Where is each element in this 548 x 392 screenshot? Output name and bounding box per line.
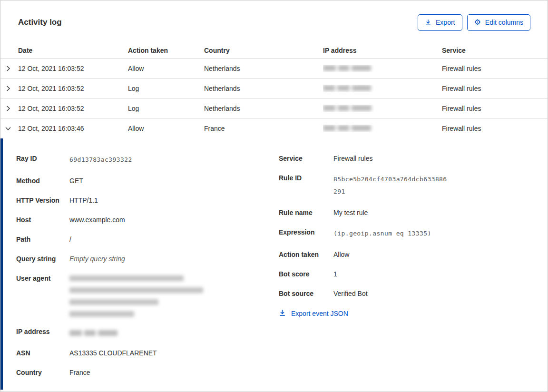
cell-date: 12 Oct, 2021 16:03:52 bbox=[18, 65, 128, 72]
detail-label: Host bbox=[16, 215, 69, 225]
detail-row-query-string: Query string Empty query string bbox=[16, 254, 279, 264]
detail-label: Path bbox=[16, 235, 69, 244]
detail-row-ray-id: Ray ID 69d13783ac393322 bbox=[16, 154, 279, 166]
detail-value: 85bce5b204cf4703a764dcb633886291 bbox=[333, 173, 448, 198]
download-icon bbox=[425, 19, 431, 26]
detail-label: User agent bbox=[16, 274, 69, 317]
column-header-ip-address: IP address bbox=[323, 47, 442, 54]
cell-date: 12 Oct, 2021 16:03:46 bbox=[18, 125, 128, 132]
header: Activity log Export ⚙ Edit columns bbox=[0, 0, 548, 42]
detail-value-redacted bbox=[69, 274, 203, 317]
cell-ip-address-redacted bbox=[323, 65, 442, 72]
table-header-row: Date Action taken Country IP address Ser… bbox=[0, 42, 548, 59]
cell-action-taken: Log bbox=[128, 85, 204, 92]
gear-icon: ⚙ bbox=[474, 19, 481, 26]
cell-service: Firewall rules bbox=[442, 65, 548, 72]
cell-country: Netherlands bbox=[204, 105, 323, 112]
detail-row-path: Path / bbox=[16, 235, 279, 244]
cell-country: Netherlands bbox=[204, 85, 323, 92]
cell-action-taken: Allow bbox=[128, 65, 204, 72]
chevron-right-icon[interactable] bbox=[0, 85, 18, 92]
cell-action-taken: Allow bbox=[128, 125, 204, 132]
table-row[interactable]: 12 Oct, 2021 16:03:52 Log Netherlands Fi… bbox=[0, 78, 548, 98]
detail-label: Service bbox=[279, 154, 333, 163]
cell-service: Firewall rules bbox=[442, 125, 548, 132]
detail-row-rule-name: Rule name My test rule bbox=[279, 208, 530, 217]
detail-value: Verified Bot bbox=[333, 289, 368, 298]
detail-value: www.example.com bbox=[69, 215, 125, 225]
detail-column-left: Ray ID 69d13783ac393322 Method GET HTTP … bbox=[16, 154, 279, 390]
table-row[interactable]: 12 Oct, 2021 16:03:52 Log Netherlands Fi… bbox=[0, 98, 548, 118]
cell-ip-address-redacted bbox=[323, 105, 442, 112]
detail-value: Firewall rules bbox=[333, 154, 372, 163]
table-row-expanded[interactable]: 12 Oct, 2021 16:03:46 Allow France Firew… bbox=[0, 118, 548, 138]
detail-row-http-version: HTTP Version HTTP/1.1 bbox=[16, 196, 279, 205]
export-event-json-label: Export event JSON bbox=[291, 310, 348, 317]
edit-columns-button-label: Edit columns bbox=[485, 19, 523, 26]
chevron-down-icon[interactable] bbox=[0, 125, 18, 132]
detail-label: Country bbox=[16, 368, 69, 377]
edit-columns-button[interactable]: ⚙ Edit columns bbox=[467, 14, 531, 31]
detail-value: France bbox=[69, 368, 90, 377]
cell-date: 12 Oct, 2021 16:03:52 bbox=[18, 105, 128, 112]
detail-value: / bbox=[69, 235, 71, 244]
detail-label: Rule ID bbox=[279, 173, 333, 198]
chevron-right-icon[interactable] bbox=[0, 65, 18, 72]
detail-row-bot-source: Bot source Verified Bot bbox=[279, 289, 530, 298]
detail-value: HTTP/1.1 bbox=[69, 196, 98, 205]
detail-row-rule-id: Rule ID 85bce5b204cf4703a764dcb633886291 bbox=[279, 173, 530, 198]
detail-value: 1 bbox=[333, 269, 337, 279]
export-button[interactable]: Export bbox=[418, 14, 462, 31]
detail-row-asn: ASN AS13335 CLOUDFLARENET bbox=[16, 348, 279, 358]
detail-row-action-taken: Action taken Allow bbox=[279, 250, 530, 259]
cell-service: Firewall rules bbox=[442, 105, 548, 112]
detail-row-user-agent: User agent bbox=[16, 274, 279, 317]
detail-label: ASN bbox=[16, 348, 69, 358]
detail-value: Allow bbox=[333, 250, 349, 259]
column-header-action-taken: Action taken bbox=[128, 47, 204, 54]
cell-action-taken: Log bbox=[128, 105, 204, 112]
export-button-label: Export bbox=[436, 19, 455, 26]
cell-ip-address-redacted bbox=[323, 85, 442, 92]
detail-row-expression: Expression (ip.geoip.asnum eq 13335) bbox=[279, 227, 530, 240]
column-header-date: Date bbox=[18, 47, 128, 54]
detail-label: Ray ID bbox=[16, 154, 69, 166]
detail-label: Method bbox=[16, 176, 69, 186]
detail-row-method: Method GET bbox=[16, 176, 279, 186]
detail-label: Rule name bbox=[279, 208, 333, 217]
detail-label: Bot score bbox=[279, 269, 333, 279]
toolbar: Export ⚙ Edit columns bbox=[418, 14, 530, 31]
detail-value: (ip.geoip.asnum eq 13335) bbox=[333, 227, 431, 240]
detail-label: IP address bbox=[16, 327, 69, 338]
detail-row-host: Host www.example.com bbox=[16, 215, 279, 225]
column-header-country: Country bbox=[204, 47, 323, 54]
cell-ip-address-redacted bbox=[323, 125, 442, 132]
activity-log-panel: Activity log Export ⚙ Edit columns Date … bbox=[0, 0, 548, 392]
detail-value: GET bbox=[69, 176, 83, 186]
event-detail-panel: Ray ID 69d13783ac393322 Method GET HTTP … bbox=[0, 138, 548, 390]
detail-label: Query string bbox=[16, 254, 69, 264]
chevron-right-icon[interactable] bbox=[0, 105, 18, 112]
detail-value-redacted bbox=[69, 327, 117, 338]
cell-country: Netherlands bbox=[204, 65, 323, 72]
detail-label: Action taken bbox=[279, 250, 333, 259]
detail-label: HTTP Version bbox=[16, 196, 69, 205]
export-event-json-link[interactable]: Export event JSON bbox=[279, 309, 348, 318]
detail-column-right: Service Firewall rules Rule ID 85bce5b20… bbox=[279, 154, 530, 390]
detail-value: 69d13783ac393322 bbox=[69, 154, 132, 166]
detail-row-ip-address: IP address bbox=[16, 327, 279, 338]
detail-row-country: Country France bbox=[16, 368, 279, 377]
detail-row-bot-score: Bot score 1 bbox=[279, 269, 530, 279]
detail-value: My test rule bbox=[333, 208, 368, 217]
detail-label: Expression bbox=[279, 227, 333, 240]
page-title: Activity log bbox=[18, 18, 62, 27]
detail-value: AS13335 CLOUDFLARENET bbox=[69, 348, 157, 358]
detail-row-service: Service Firewall rules bbox=[279, 154, 530, 163]
download-icon bbox=[279, 309, 286, 318]
cell-date: 12 Oct, 2021 16:03:52 bbox=[18, 85, 128, 92]
detail-value: Empty query string bbox=[69, 254, 125, 264]
detail-label: Bot source bbox=[279, 289, 333, 298]
table-row[interactable]: 12 Oct, 2021 16:03:52 Allow Netherlands … bbox=[0, 59, 548, 78]
cell-service: Firewall rules bbox=[442, 85, 548, 92]
column-header-service: Service bbox=[442, 47, 548, 54]
